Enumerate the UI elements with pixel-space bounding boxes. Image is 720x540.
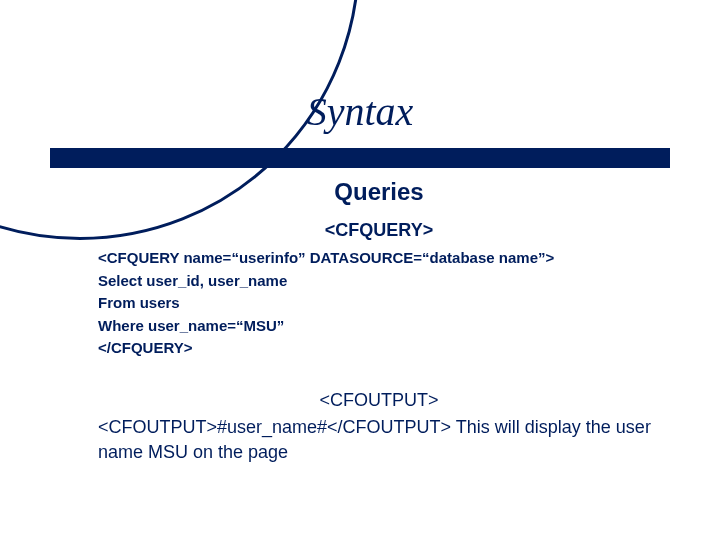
cfoutput-block: <CFOUTPUT>#user_name#</CFOUTPUT> This wi… <box>98 415 660 465</box>
slide-title: Syntax <box>0 88 720 135</box>
code-line: </CFQUERY> <box>98 337 660 360</box>
code-line: From users <box>98 292 660 315</box>
slide-content: Queries <CFQUERY> <CFQUERY name=“userinf… <box>98 178 660 465</box>
spacer <box>98 360 660 390</box>
title-underline-bar <box>50 148 670 168</box>
queries-heading: Queries <box>98 178 660 206</box>
code-line: Select user_id, user_name <box>98 270 660 293</box>
code-line: Where user_name=“MSU” <box>98 315 660 338</box>
output-line: <CFOUTPUT>#user_name#</CFOUTPUT> <box>98 417 451 437</box>
cfquery-heading: <CFQUERY> <box>98 220 660 241</box>
code-line: <CFQUERY name=“userinfo” DATASOURCE=“dat… <box>98 247 660 270</box>
cfquery-code-block: <CFQUERY name=“userinfo” DATASOURCE=“dat… <box>98 247 660 360</box>
slide: Syntax Queries <CFQUERY> <CFQUERY name=“… <box>0 0 720 540</box>
cfoutput-heading: <CFOUTPUT> <box>98 390 660 411</box>
